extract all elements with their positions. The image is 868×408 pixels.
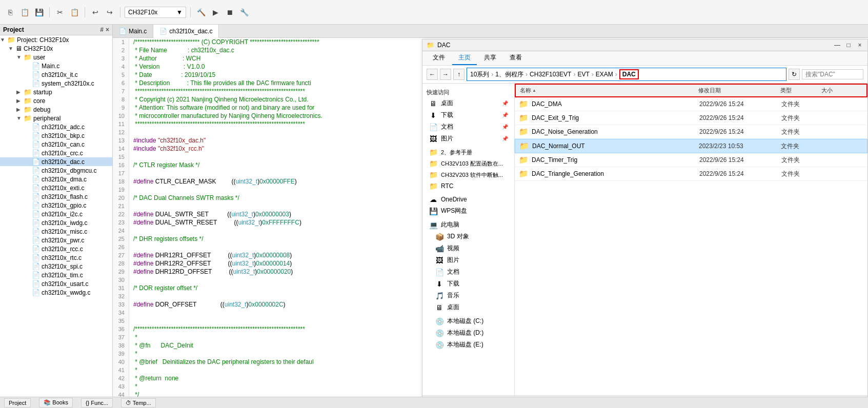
fe-sidebar-documents[interactable]: 📄 文档 xyxy=(422,266,514,278)
fe-sidebar-drive[interactable]: 💿 本地磁盘 (E:) xyxy=(422,339,514,351)
editor-tab-main[interactable]: 📄 Main.c xyxy=(113,25,153,37)
editor-tab-dac[interactable]: 📄 ch32f10x_dac.c xyxy=(153,25,219,38)
tree-item-peripheral[interactable]: ▼ 📁 peripheral xyxy=(0,114,112,123)
toolbar-icon-stop[interactable]: ⏹ xyxy=(224,6,236,18)
tree-item-pwr[interactable]: 📄 ch32f10x_pwr.c xyxy=(0,236,112,244)
panel-close-icon[interactable]: × xyxy=(106,26,109,33)
tree-item-core[interactable]: ▶ 📁 core xyxy=(0,96,112,105)
toolbar-icon-debug[interactable]: 🔧 xyxy=(238,6,250,18)
tree-item-usart[interactable]: 📄 ch32f10x_usart.c xyxy=(0,279,112,288)
toolbar-icon-undo[interactable]: ↩ xyxy=(89,6,102,18)
tree-item-main-c[interactable]: 📄 Main.c xyxy=(0,62,112,70)
tree-item-adc[interactable]: 📄 ch32f10x_adc.c xyxy=(0,123,112,131)
tree-item-dac[interactable]: 📄 ch32f10x_dac.c xyxy=(0,157,112,166)
fe-path-example[interactable]: 1、例程序 xyxy=(495,70,523,79)
fe-sidebar-ch32v103[interactable]: 📁 CH32V103 配置函数在... xyxy=(422,158,514,169)
tree-item-crc[interactable]: 📄 ch32f10x_crc.c xyxy=(0,149,112,157)
fe-file-row-exit9[interactable]: 📁 DAC_Exit_9_Trig 2022/9/26 15:24 文件夹 xyxy=(515,111,867,125)
fe-sidebar-rtc[interactable]: 📁 RTC xyxy=(422,180,514,192)
toolbar-dropdown[interactable]: CH32F10x ▼ xyxy=(125,7,186,18)
fe-forward-button[interactable]: → xyxy=(440,69,451,80)
panel-pin-icon[interactable]: # xyxy=(100,26,104,33)
fe-close-button[interactable]: × xyxy=(856,42,863,49)
fe-sidebar-drivc[interactable]: 💿 本地磁盘 (C:) xyxy=(422,315,514,327)
tree-item-can[interactable]: 📄 ch32f10x_can.c xyxy=(0,140,112,149)
toolbar-icon-redo[interactable]: ↪ xyxy=(104,6,116,18)
tree-item-gpio[interactable]: 📄 ch32f10x_gpio.c xyxy=(0,201,112,210)
fe-sidebar-ref[interactable]: 📁 2、参考手册 xyxy=(422,147,514,158)
tree-item-system-c[interactable]: 📄 system_ch32f10x.c xyxy=(0,79,112,88)
tree-item-exti[interactable]: 📄 ch32f10x_exti.c xyxy=(0,183,112,192)
fe-path-exam[interactable]: EXAM xyxy=(596,71,613,78)
fe-sidebar-drivd[interactable]: 💿 本地磁盘 (D:) xyxy=(422,327,514,339)
fe-sidebar-desktop2[interactable]: 🖥 桌面 xyxy=(422,301,514,313)
fe-sidebar-wps[interactable]: 💾 WPS网盘 xyxy=(422,205,514,217)
toolbar-icon-2[interactable]: 📋 xyxy=(18,6,31,18)
fe-minimize-button[interactable]: — xyxy=(834,42,841,49)
fe-sidebar-download[interactable]: ⬇ 下载 📌 xyxy=(422,109,514,121)
fe-col-size[interactable]: 大小 xyxy=(821,87,862,94)
tree-item-dbgmcu[interactable]: 📄 ch32f10x_dbgmcu.c xyxy=(0,166,112,175)
tree-item-misc[interactable]: 📄 ch32f10x_misc.c xyxy=(0,227,112,236)
tree-item-rtc[interactable]: 📄 ch32f10x_rtc.c xyxy=(0,253,112,262)
toolbar-icon-run[interactable]: ▶ xyxy=(209,6,221,18)
status-tab-temp[interactable]: ⏱ Temp... xyxy=(121,398,156,407)
tree-item-ch32f10x[interactable]: ▼ 🖥 CH32F10x xyxy=(0,44,112,53)
tree-item-tim[interactable]: 📄 ch32f10x_tim.c xyxy=(0,271,112,279)
fe-sidebar-pics[interactable]: 🖼 图片 📌 xyxy=(422,133,514,145)
tree-item-iwdg[interactable]: 📄 ch32f10x_iwdg.c xyxy=(0,218,112,227)
tree-item-debug[interactable]: ▶ 📁 debug xyxy=(0,105,112,114)
fe-path-dac[interactable]: DAC xyxy=(619,69,639,79)
fe-search-input[interactable] xyxy=(802,69,863,79)
fe-col-type[interactable]: 类型 xyxy=(780,87,821,94)
fe-sidebar-desktop[interactable]: 🖥 桌面 📌 xyxy=(422,97,514,109)
fe-address-path[interactable]: 10系列 › 1、例程序 › CH32F103EVT › EVT › EXAM … xyxy=(467,68,786,81)
fe-path-10series[interactable]: 10系列 xyxy=(470,70,489,79)
fe-path-ch32[interactable]: CH32F103EVT xyxy=(530,71,571,78)
tree-item-wwdg[interactable]: 📄 ch32f10x_wwdg.c xyxy=(0,288,112,297)
tree-item-dma[interactable]: 📄 ch32f10x_dma.c xyxy=(0,175,112,183)
fe-file-row-normal[interactable]: 📁 DAC_Normal_OUT 2023/2/23 10:53 文件夹 xyxy=(515,139,867,153)
fe-maximize-button[interactable]: □ xyxy=(845,42,852,49)
fe-file-row-dac-dma[interactable]: 📁 DAC_DMA 2022/9/26 15:24 文件夹 xyxy=(515,97,867,111)
tree-item-project-root[interactable]: ▼ 📁 Project: CH32F10x xyxy=(0,35,112,44)
tree-item-user[interactable]: ▼ 📁 user xyxy=(0,53,112,62)
status-tab-func[interactable]: {} Func... xyxy=(81,398,113,407)
toolbar-icon-3[interactable]: 💾 xyxy=(33,6,45,18)
status-tab-project[interactable]: Project xyxy=(4,398,31,407)
tree-item-bkp[interactable]: 📄 ch32f10x_bkp.c xyxy=(0,131,112,140)
tree-item-flash[interactable]: 📄 ch32f10x_flash.c xyxy=(0,192,112,201)
fe-sidebar-music[interactable]: 🎵 音乐 xyxy=(422,290,514,301)
fe-sidebar-downloads[interactable]: ⬇ 下载 xyxy=(422,278,514,290)
fe-sidebar-thispc[interactable]: 💻 此电脑 xyxy=(422,219,514,231)
toolbar-icon-4[interactable]: ✂ xyxy=(54,6,66,18)
fe-tab-share[interactable]: 共享 xyxy=(478,51,502,65)
fe-file-row-timer[interactable]: 📁 DAC_Timer_Trig 2022/9/26 15:24 文件夹 xyxy=(515,153,867,167)
toolbar-icon-build[interactable]: 🔨 xyxy=(195,6,207,18)
tree-item-ch32f10x-it-c[interactable]: 📄 ch32f10x_it.c xyxy=(0,70,112,79)
fe-tab-home[interactable]: 主页 xyxy=(452,51,477,65)
fe-sidebar-video[interactable]: 📹 视频 xyxy=(422,242,514,254)
tree-item-startup[interactable]: ▶ 📁 startup xyxy=(0,88,112,96)
status-tab-books[interactable]: 📚 Books xyxy=(39,398,73,407)
fe-file-row-noise[interactable]: 📁 DAC_Noise_Generation 2022/9/26 15:24 文… xyxy=(515,125,867,139)
fe-sidebar-3d[interactable]: 📦 3D 对象 xyxy=(422,231,514,242)
toolbar-icon-1[interactable]: ⎘ xyxy=(4,6,16,18)
fe-up-button[interactable]: ↑ xyxy=(453,69,465,80)
fe-col-date[interactable]: 修改日期 xyxy=(698,87,780,94)
fe-file-row-triangle[interactable]: 📁 DAC_Triangle_Generation 2022/9/26 15:2… xyxy=(515,167,867,181)
fe-tab-view[interactable]: 查看 xyxy=(503,51,528,65)
fe-tab-file[interactable]: 文件 xyxy=(427,51,451,65)
tree-item-rcc[interactable]: 📄 ch32f10x_rcc.c xyxy=(0,244,112,253)
toolbar-icon-5[interactable]: 📋 xyxy=(68,6,80,18)
fe-back-button[interactable]: ← xyxy=(427,69,438,80)
fe-refresh-button[interactable]: ↻ xyxy=(789,69,800,80)
fe-sidebar-docs[interactable]: 📄 文档 📌 xyxy=(422,121,514,133)
fe-path-evt[interactable]: EVT xyxy=(577,71,589,78)
fe-sidebar-ch32v203[interactable]: 📁 CH32V203 软件中断触... xyxy=(422,169,514,180)
fe-col-name[interactable]: 名称 xyxy=(520,87,698,94)
fe-sidebar-onedrive[interactable]: ☁ OneDrive xyxy=(422,194,514,205)
tree-item-i2c[interactable]: 📄 ch32f10x_i2c.c xyxy=(0,210,112,218)
fe-sidebar-photos[interactable]: 🖼 图片 xyxy=(422,254,514,266)
tree-item-spi[interactable]: 📄 ch32f10x_spi.c xyxy=(0,262,112,271)
